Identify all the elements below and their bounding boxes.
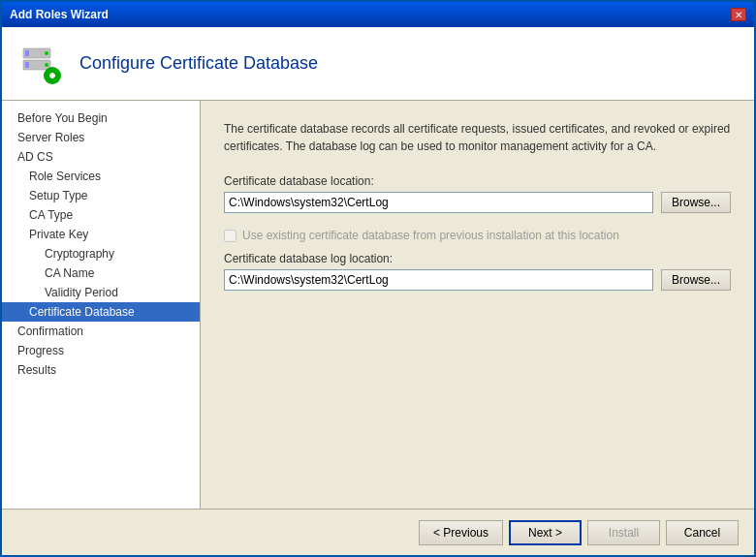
svg-rect-1 bbox=[25, 50, 29, 56]
db-location-group: Certificate database location: Browse... bbox=[224, 174, 731, 213]
svg-point-2 bbox=[45, 51, 48, 55]
svg-rect-8 bbox=[51, 73, 54, 78]
wizard-window: Add Roles Wizard ✕ Configure Certificate… bbox=[0, 0, 756, 557]
sidebar-item-ca-name[interactable]: CA Name bbox=[2, 263, 200, 283]
existing-db-checkbox[interactable] bbox=[224, 230, 236, 242]
sidebar-item-setup-type[interactable]: Setup Type bbox=[2, 186, 200, 205]
next-button[interactable]: Next > bbox=[509, 520, 582, 545]
sidebar-item-results[interactable]: Results bbox=[2, 360, 200, 380]
title-bar-title: Add Roles Wizard bbox=[10, 8, 109, 21]
sidebar-item-role-services[interactable]: Role Services bbox=[2, 167, 200, 186]
title-bar: Add Roles Wizard ✕ bbox=[2, 2, 754, 27]
svg-point-5 bbox=[45, 63, 48, 67]
main-content: The certificate database records all cer… bbox=[201, 101, 754, 509]
description-text: The certificate database records all cer… bbox=[224, 120, 731, 155]
sidebar-item-ad-cs[interactable]: AD CS bbox=[2, 147, 200, 167]
sidebar-item-ca-type[interactable]: CA Type bbox=[2, 205, 200, 225]
sidebar-item-server-roles[interactable]: Server Roles bbox=[2, 128, 200, 147]
browse-log-button[interactable]: Browse... bbox=[661, 269, 731, 291]
sidebar-item-private-key[interactable]: Private Key bbox=[2, 225, 200, 244]
sidebar-item-cryptography[interactable]: Cryptography bbox=[2, 244, 200, 263]
sidebar-item-before-you-begin[interactable]: Before You Begin bbox=[2, 108, 200, 128]
page-title: Configure Certificate Database bbox=[79, 53, 318, 74]
close-button[interactable]: ✕ bbox=[731, 8, 746, 21]
header-bar: Configure Certificate Database bbox=[2, 27, 754, 101]
footer-bar: < Previous Next > Install Cancel bbox=[2, 509, 754, 555]
title-bar-left: Add Roles Wizard bbox=[10, 8, 109, 21]
sidebar: Before You BeginServer RolesAD CSRole Se… bbox=[2, 101, 201, 509]
previous-button[interactable]: < Previous bbox=[419, 520, 503, 545]
db-location-row: Browse... bbox=[224, 192, 731, 213]
wizard-icon bbox=[17, 41, 64, 87]
log-location-input[interactable] bbox=[224, 269, 653, 291]
sidebar-item-confirmation[interactable]: Confirmation bbox=[2, 322, 200, 341]
existing-db-checkbox-row: Use existing certificate database from p… bbox=[224, 229, 731, 242]
browse-db-button[interactable]: Browse... bbox=[661, 192, 731, 213]
sidebar-item-certificate-database[interactable]: Certificate Database bbox=[2, 302, 200, 322]
existing-db-label: Use existing certificate database from p… bbox=[242, 229, 619, 242]
log-location-label: Certificate database log location: bbox=[224, 252, 731, 265]
db-location-input[interactable] bbox=[224, 192, 653, 213]
log-location-row: Browse... bbox=[224, 269, 731, 291]
content-area: Before You BeginServer RolesAD CSRole Se… bbox=[2, 101, 754, 509]
install-button[interactable]: Install bbox=[587, 520, 660, 545]
svg-rect-4 bbox=[25, 62, 29, 68]
cancel-button[interactable]: Cancel bbox=[666, 520, 739, 545]
db-location-label: Certificate database location: bbox=[224, 174, 731, 188]
sidebar-item-validity-period[interactable]: Validity Period bbox=[2, 283, 200, 302]
log-location-group: Certificate database log location: Brows… bbox=[224, 252, 731, 291]
sidebar-item-progress[interactable]: Progress bbox=[2, 341, 200, 360]
